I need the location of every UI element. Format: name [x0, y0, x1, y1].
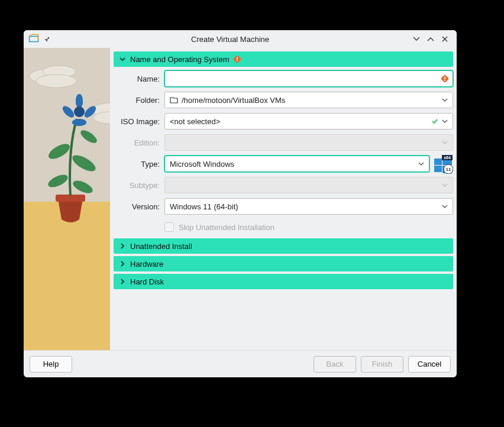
name-input[interactable]: [164, 70, 453, 87]
chevron-down-icon: [417, 160, 425, 168]
folder-label: Folder:: [114, 96, 160, 105]
field-warning-icon: [441, 75, 449, 83]
close-button[interactable]: [438, 32, 452, 46]
back-button: Back: [314, 356, 356, 373]
section-title: Hardware: [130, 260, 163, 269]
skip-unattended-row: Skip Unattended Installation: [114, 218, 453, 236]
chevron-down-icon: [441, 96, 449, 104]
iso-select[interactable]: <not selected>: [164, 113, 453, 130]
app-icon: [28, 34, 39, 44]
name-label: Name:: [114, 75, 160, 83]
svg-text:11: 11: [446, 167, 451, 172]
window-title: Create Virtual Machine: [51, 35, 409, 44]
subtype-label: Subtype:: [114, 181, 160, 190]
chevron-down-icon: [441, 138, 449, 147]
svg-rect-24: [237, 57, 238, 60]
chevron-right-icon: [118, 277, 127, 286]
content-area: Name and Operating System Name: Folder: …: [24, 48, 457, 350]
valid-check-icon: [431, 118, 438, 125]
type-select[interactable]: Microsoft Windows: [164, 156, 429, 172]
iso-label: ISO Image:: [114, 117, 160, 126]
section-header-unattended[interactable]: Unattended Install: [114, 238, 453, 254]
cancel-button[interactable]: Cancel: [408, 356, 451, 373]
svg-rect-31: [434, 166, 442, 172]
version-label: Version:: [114, 202, 160, 211]
svg-rect-25: [237, 60, 238, 62]
type-label: Type:: [114, 160, 160, 169]
chevron-down-icon: [441, 181, 449, 189]
svg-rect-29: [434, 158, 442, 165]
chevron-right-icon: [118, 242, 127, 250]
pin-icon[interactable]: [43, 35, 51, 43]
svg-point-18: [76, 94, 83, 108]
chevron-down-icon: [441, 117, 449, 125]
svg-rect-0: [30, 37, 38, 42]
edition-select: [164, 134, 453, 151]
warning-icon: [233, 55, 241, 63]
svg-rect-27: [444, 77, 445, 80]
section-title: Name and Operating System: [130, 55, 230, 64]
subtype-select: [164, 177, 453, 193]
svg-point-20: [72, 119, 86, 126]
minimize-button[interactable]: [409, 32, 424, 46]
svg-rect-28: [444, 80, 445, 81]
chevron-right-icon: [118, 260, 127, 268]
section-header-hardware[interactable]: Hardware: [114, 256, 453, 271]
svg-text:x64: x64: [444, 156, 451, 160]
section-title: Unattended Install: [130, 242, 192, 251]
folder-select[interactable]: /home/motoon/VirtualBox VMs: [164, 92, 453, 108]
skip-checkbox: [164, 222, 174, 232]
svg-point-5: [36, 75, 76, 88]
chevron-down-icon: [441, 202, 449, 211]
chevron-down-icon: [118, 55, 127, 63]
type-value: Microsoft Windows: [170, 160, 424, 169]
side-illustration: [24, 48, 110, 350]
dialog-window: Create Virtual Machine: [24, 30, 457, 377]
form-area: Name and Operating System Name: Folder: …: [110, 48, 457, 350]
version-value: Windows 11 (64-bit): [170, 202, 448, 211]
titlebar: Create Virtual Machine: [24, 30, 457, 48]
button-bar: Help Back Finish Cancel: [24, 350, 457, 377]
section-header-name-os[interactable]: Name and Operating System: [114, 51, 453, 67]
section-header-hdd[interactable]: Hard Disk: [114, 274, 453, 289]
name-field[interactable]: [170, 75, 448, 83]
skip-label: Skip Unattended Installation: [179, 223, 274, 232]
folder-value: /home/motoon/VirtualBox VMs: [182, 96, 448, 105]
svg-rect-2: [24, 202, 110, 350]
svg-point-22: [74, 106, 85, 117]
os-type-icon: x64 11: [433, 154, 453, 173]
finish-button: Finish: [361, 356, 403, 373]
section-title: Hard Disk: [130, 277, 164, 286]
maximize-button[interactable]: [424, 32, 438, 46]
folder-icon: [170, 96, 178, 104]
version-select[interactable]: Windows 11 (64-bit): [164, 198, 453, 215]
help-button[interactable]: Help: [30, 356, 72, 373]
iso-value: <not selected>: [170, 117, 448, 126]
edition-label: Edition:: [114, 138, 160, 147]
